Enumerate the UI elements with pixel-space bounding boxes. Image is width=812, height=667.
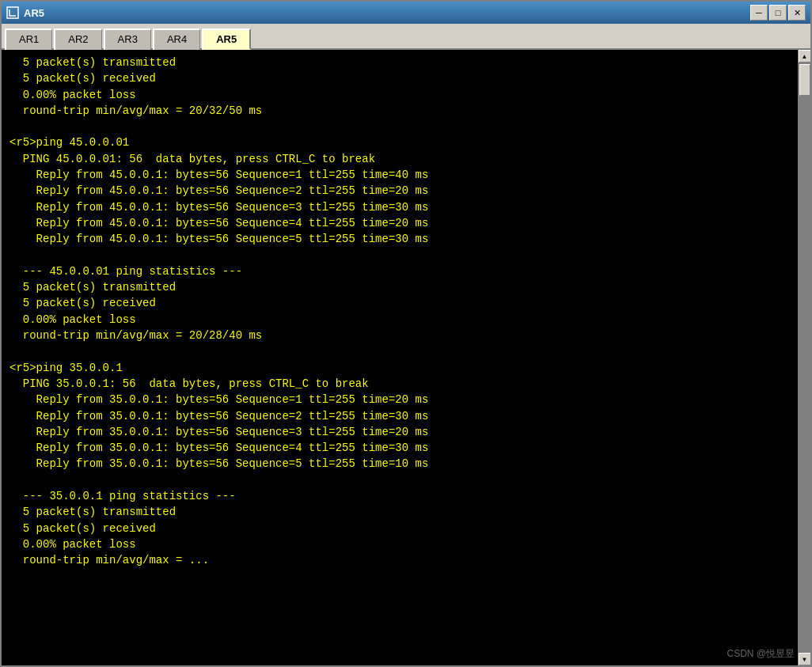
content-area: 5 packet(s) transmitted 5 packet(s) rece… xyxy=(2,50,810,665)
close-button[interactable]: ✕ xyxy=(788,5,806,21)
main-window: AR5 ─ □ ✕ AR1 AR2 AR3 AR4 AR5 5 packet(s… xyxy=(0,0,812,667)
app-icon xyxy=(6,6,19,19)
scrollbar: ▲ ▼ xyxy=(798,50,810,665)
tab-ar1[interactable]: AR1 xyxy=(5,28,52,50)
window-title: AR5 xyxy=(24,7,44,19)
scroll-thumb[interactable] xyxy=(799,64,810,96)
tab-ar4[interactable]: AR4 xyxy=(153,28,200,50)
scroll-up-arrow[interactable]: ▲ xyxy=(799,50,811,63)
tab-ar2[interactable]: AR2 xyxy=(54,28,101,50)
maximize-button[interactable]: □ xyxy=(769,5,787,21)
scroll-down-arrow[interactable]: ▼ xyxy=(799,653,811,665)
title-bar-left: AR5 xyxy=(6,6,44,19)
tab-bar: AR1 AR2 AR3 AR4 AR5 xyxy=(2,24,810,50)
title-bar: AR5 ─ □ ✕ xyxy=(2,2,810,24)
tab-ar5[interactable]: AR5 xyxy=(202,28,251,50)
minimize-button[interactable]: ─ xyxy=(750,5,768,21)
svg-rect-0 xyxy=(7,7,18,18)
tab-ar3[interactable]: AR3 xyxy=(104,28,151,50)
window-controls: ─ □ ✕ xyxy=(750,5,806,21)
terminal-output[interactable]: 5 packet(s) transmitted 5 packet(s) rece… xyxy=(2,50,798,665)
watermark: CSDN @悦昱昱 xyxy=(727,647,795,661)
scroll-track[interactable] xyxy=(799,63,810,653)
